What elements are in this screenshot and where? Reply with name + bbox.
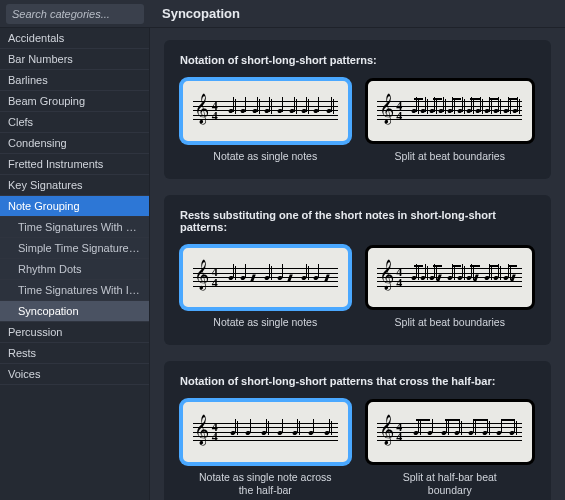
beam-icon xyxy=(508,265,517,267)
beam-icon xyxy=(433,98,442,100)
settings-section: Notation of short-long-short patterns th… xyxy=(164,361,551,500)
rest-icon xyxy=(286,260,298,296)
note-icon xyxy=(274,93,286,129)
treble-clef-icon: 𝄞 xyxy=(194,262,209,288)
sidebar-subitem[interactable]: Time Signatures With Hal… xyxy=(0,217,149,238)
notation-option-label: Notate as single note across the half-ba… xyxy=(195,471,335,497)
notation-option-thumb[interactable]: 𝄞44 xyxy=(180,78,351,144)
section-title: Rests substituting one of the short note… xyxy=(180,209,535,233)
time-signature: 44 xyxy=(396,422,402,442)
beam-icon xyxy=(470,265,479,267)
treble-clef-icon: 𝄞 xyxy=(379,262,394,288)
notation-option: 𝄞44Split at beat boundaries xyxy=(365,245,536,330)
time-signature: 44 xyxy=(212,267,218,287)
sidebar-category[interactable]: Percussion xyxy=(0,322,149,343)
note-icon xyxy=(298,93,310,129)
sidebar-subitem[interactable]: Rhythm Dots xyxy=(0,259,149,280)
notation-option-thumb[interactable]: 𝄞44 xyxy=(180,399,351,465)
time-signature: 44 xyxy=(396,267,402,287)
beam-icon xyxy=(414,98,423,100)
time-signature: 44 xyxy=(212,101,218,121)
sidebar-category[interactable]: Accidentals xyxy=(0,28,149,49)
beam-icon xyxy=(452,265,461,267)
sidebar-category[interactable]: Key Signatures xyxy=(0,175,149,196)
section-title: Notation of short-long-short patterns: xyxy=(180,54,535,66)
note-icon xyxy=(261,260,273,296)
content-pane: Notation of short-long-short patterns:𝄞4… xyxy=(150,28,565,500)
note-icon xyxy=(256,414,272,450)
sidebar-category[interactable]: Barlines xyxy=(0,70,149,91)
notation-option: 𝄞44Notate as single note across the half… xyxy=(180,399,351,497)
settings-section: Rests substituting one of the short note… xyxy=(164,195,551,346)
beam-icon xyxy=(445,419,459,421)
notation-option: 𝄞44Split at half-bar beat boundary xyxy=(365,399,536,497)
time-signature: 44 xyxy=(212,422,218,442)
beam-icon xyxy=(501,419,515,421)
notation-option-thumb[interactable]: 𝄞44 xyxy=(365,78,536,144)
notation-option-label: Split at beat boundaries xyxy=(395,150,505,163)
notation-option: 𝄞44Split at beat boundaries xyxy=(365,78,536,163)
sidebar-category[interactable]: Condensing xyxy=(0,133,149,154)
note-icon xyxy=(298,260,310,296)
treble-clef-icon: 𝄞 xyxy=(194,96,209,122)
beam-icon xyxy=(414,265,423,267)
notation-option-thumb[interactable]: 𝄞44 xyxy=(180,245,351,311)
sidebar-category[interactable]: Clefs xyxy=(0,112,149,133)
note-icon xyxy=(237,93,249,129)
treble-clef-icon: 𝄞 xyxy=(194,417,209,443)
sidebar-category[interactable]: Fretted Instruments xyxy=(0,154,149,175)
beam-icon xyxy=(489,98,498,100)
notation-option-label: Split at half-bar beat boundary xyxy=(380,471,520,497)
notation-option-thumb[interactable]: 𝄞44 xyxy=(365,245,536,311)
rest-icon xyxy=(322,260,334,296)
category-sidebar: AccidentalsBar NumbersBarlinesBeam Group… xyxy=(0,28,150,500)
time-signature: 44 xyxy=(396,101,402,121)
beam-icon xyxy=(489,265,498,267)
beam-icon xyxy=(473,419,487,421)
note-icon xyxy=(288,414,304,450)
notation-option-label: Notate as single notes xyxy=(213,150,317,163)
sidebar-category[interactable]: Beam Grouping xyxy=(0,91,149,112)
note-icon xyxy=(240,414,256,450)
notation-option-label: Notate as single notes xyxy=(213,316,317,329)
beam-icon xyxy=(452,98,461,100)
note-icon xyxy=(274,260,286,296)
sidebar-category[interactable]: Rests xyxy=(0,343,149,364)
sidebar-subitem[interactable]: Time Signatures With Irr… xyxy=(0,280,149,301)
note-icon xyxy=(322,93,334,129)
settings-section: Notation of short-long-short patterns:𝄞4… xyxy=(164,40,551,179)
sidebar-subitem[interactable]: Simple Time Signatures W… xyxy=(0,238,149,259)
notation-option: 𝄞44Notate as single notes xyxy=(180,78,351,163)
note-icon xyxy=(272,414,288,450)
sidebar-category[interactable]: Voices xyxy=(0,364,149,385)
sidebar-subitem[interactable]: Syncopation xyxy=(0,301,149,322)
treble-clef-icon: 𝄞 xyxy=(379,417,394,443)
beam-icon xyxy=(416,419,430,421)
note-icon xyxy=(225,414,241,450)
sidebar-category[interactable]: Bar Numbers xyxy=(0,49,149,70)
note-icon xyxy=(319,414,335,450)
notation-option-thumb[interactable]: 𝄞44 xyxy=(365,399,536,465)
note-icon xyxy=(225,260,237,296)
beam-icon xyxy=(508,98,517,100)
beam-icon xyxy=(433,265,442,267)
note-icon xyxy=(249,93,261,129)
notation-option-label: Split at beat boundaries xyxy=(395,316,505,329)
note-icon xyxy=(261,93,273,129)
rest-icon xyxy=(249,260,261,296)
search-input[interactable] xyxy=(6,4,144,24)
note-icon xyxy=(310,93,322,129)
notation-option: 𝄞44Notate as single notes xyxy=(180,245,351,330)
note-icon xyxy=(286,93,298,129)
section-title: Notation of short-long-short patterns th… xyxy=(180,375,535,387)
note-icon xyxy=(310,260,322,296)
page-title: Syncopation xyxy=(150,0,565,28)
note-icon xyxy=(303,414,319,450)
note-icon xyxy=(225,93,237,129)
beam-icon xyxy=(470,98,479,100)
note-icon xyxy=(237,260,249,296)
treble-clef-icon: 𝄞 xyxy=(379,96,394,122)
sidebar-category[interactable]: Note Grouping xyxy=(0,196,149,217)
